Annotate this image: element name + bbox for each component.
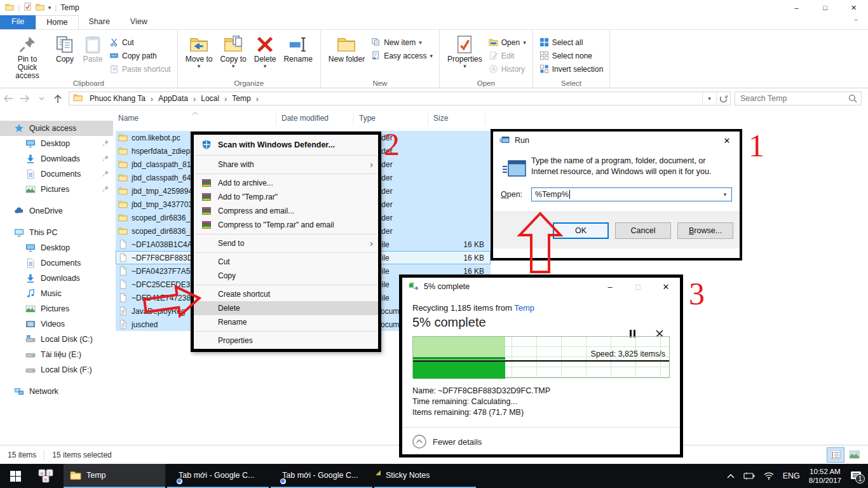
column-header-date-modified[interactable]: Date modified [276, 112, 354, 126]
tab-home[interactable]: Home [36, 15, 78, 29]
forward-icon[interactable] [17, 92, 33, 105]
progress-close-icon[interactable]: ✕ [652, 278, 680, 295]
unikey-button[interactable]: u i n [31, 464, 61, 488]
breadcrumb-separator-icon[interactable]: › [150, 94, 154, 104]
refresh-icon[interactable] [716, 92, 730, 105]
menu-item-share-with[interactable]: Share with› [194, 158, 378, 172]
language-indicator[interactable]: ENG [783, 471, 800, 480]
address-box[interactable]: Phuoc Khang Ta›AppData›Local›Temp› ▾ [69, 92, 731, 105]
show-hidden-icons-chevron[interactable] [727, 473, 735, 478]
copy-button[interactable]: Copy [51, 31, 79, 66]
menu-item-create-shortcut[interactable]: Create shortcut [194, 287, 378, 301]
menu-item-copy[interactable]: Copy [194, 269, 378, 283]
run-close-icon[interactable]: ✕ [714, 132, 740, 149]
back-icon[interactable] [0, 92, 17, 105]
address-dropdown-icon[interactable]: ▾ [702, 92, 716, 105]
wifi-icon[interactable] [764, 472, 774, 480]
fewer-details-toggle[interactable]: Fewer details [412, 428, 670, 456]
recent-locations-chevron-icon[interactable] [33, 92, 50, 105]
maximize-button[interactable]: □ [811, 0, 839, 15]
menu-item-add-to-temp-rar[interactable]: Add to "Temp.rar" [194, 190, 378, 204]
column-header-name[interactable]: Name [113, 112, 276, 126]
menu-item-rename[interactable]: Rename [194, 315, 378, 329]
delete-button[interactable]: Delete▾ [250, 31, 280, 71]
sidebar-item-downloads[interactable]: Downloads [0, 151, 113, 166]
breadcrumb-segment[interactable]: AppData [155, 93, 191, 104]
tab-view[interactable]: View [120, 15, 158, 29]
sidebar-item-onedrive[interactable]: OneDrive [0, 203, 113, 219]
properties-qat-icon[interactable] [24, 3, 32, 13]
qat-dropdown-icon[interactable]: ▾ [48, 4, 51, 11]
open-button[interactable]: Open▾ [486, 36, 529, 48]
new-folder-button[interactable]: New folder [325, 31, 369, 66]
column-header-size[interactable]: Size [428, 112, 485, 126]
menu-item-compress-and-email[interactable]: Compress and email... [194, 204, 378, 218]
sidebar-item-videos[interactable]: Videos [0, 316, 113, 332]
menu-item-properties[interactable]: Properties [194, 334, 378, 348]
up-icon[interactable] [50, 92, 66, 105]
tab-file[interactable]: File [0, 15, 36, 29]
sidebar-item-documents[interactable]: Documents [0, 166, 113, 182]
menu-item-compress-to-temp-rar-and-email[interactable]: Compress to "Temp.rar" and email [194, 218, 378, 232]
column-header-type[interactable]: Type [354, 112, 428, 126]
minimize-button[interactable]: – [782, 0, 811, 15]
breadcrumb-separator-icon[interactable]: › [193, 94, 196, 104]
start-button[interactable] [0, 464, 31, 488]
sidebar-item-t-i-li-u-e-[interactable]: Tài liệu (E:) [0, 347, 113, 362]
pin-to-quick-access-button[interactable]: Pin to Quick access [4, 31, 51, 83]
clock[interactable]: 10:52 AM 8/10/2017 [809, 467, 841, 485]
sidebar-item-this-pc[interactable]: This PC [0, 225, 113, 240]
browse-button[interactable]: Browse... [677, 222, 733, 239]
battery-icon[interactable] [743, 472, 755, 480]
sidebar-item-desktop[interactable]: Desktop [0, 136, 113, 151]
sidebar-item-pictures[interactable]: Pictures [0, 301, 113, 316]
copy-to-button[interactable]: Copy to▾ [216, 31, 250, 71]
menu-item-add-to-archive[interactable]: Add to archive... [194, 176, 378, 190]
taskbar-app-sticky-notes-3[interactable]: Sticky Notes [374, 464, 476, 488]
breadcrumb-separator-icon[interactable]: › [224, 94, 227, 104]
breadcrumb-segment[interactable]: Temp [229, 93, 254, 104]
folder-qat-icon[interactable] [36, 3, 44, 13]
select-none-button[interactable]: Select none [537, 50, 606, 62]
menu-item-scan-with-windows-defender[interactable]: Scan with Windows Defender... [194, 136, 378, 153]
breadcrumb-separator-icon[interactable]: › [255, 94, 259, 104]
rename-button[interactable]: Rename [280, 31, 316, 66]
details-view-icon[interactable] [827, 448, 844, 462]
search-input[interactable] [735, 94, 848, 103]
taskbar-app-temp-0[interactable]: Temp [64, 464, 165, 488]
select-all-button[interactable]: Select all [537, 36, 606, 48]
cut-button[interactable]: Cut [107, 36, 173, 48]
invert-selection-button[interactable]: Invert selection [537, 63, 606, 75]
collapse-ribbon-icon[interactable]: ⌃ [853, 18, 859, 27]
open-combobox[interactable]: %Temp% ▾ [531, 187, 732, 201]
menu-item-delete[interactable]: Delete [194, 301, 378, 315]
easy-access-button[interactable]: Easy access▾ [369, 50, 435, 62]
sidebar-item-documents[interactable]: Documents [0, 255, 113, 271]
menu-item-cut[interactable]: Cut [194, 255, 378, 269]
recycling-source-link[interactable]: Temp [514, 303, 534, 313]
breadcrumb-segment[interactable]: Local [198, 93, 222, 104]
sidebar-item-downloads[interactable]: Downloads [0, 271, 113, 286]
move-to-button[interactable]: Move to▾ [182, 31, 217, 71]
large-icons-view-icon[interactable] [846, 448, 863, 462]
combobox-dropdown-icon[interactable]: ▾ [719, 191, 731, 198]
taskbar-app-tab-m-i-google-c-1[interactable]: Tab mới - Google C... [167, 464, 269, 488]
sidebar-item-desktop[interactable]: Desktop [0, 240, 113, 255]
progress-minimize-icon[interactable]: – [596, 278, 624, 295]
breadcrumb-segment[interactable]: Phuoc Khang Ta [86, 93, 149, 104]
menu-item-send-to[interactable]: Send to› [194, 236, 378, 250]
copy-path-button[interactable]: Copy path [107, 50, 173, 62]
action-center-button[interactable]: 1 [850, 471, 862, 481]
sidebar-item-music[interactable]: Music [0, 286, 113, 301]
tab-share[interactable]: Share [79, 15, 120, 29]
sidebar-item-network[interactable]: Network [0, 384, 113, 399]
sidebar-item-quick-access[interactable]: Quick access [0, 121, 113, 136]
cancel-button[interactable]: Cancel [615, 222, 671, 239]
new-item-button[interactable]: New item▾ [369, 36, 435, 48]
sidebar-item-pictures[interactable]: Pictures [0, 182, 113, 197]
sidebar-item-local-disk-f-[interactable]: Local Disk (F:) [0, 362, 113, 377]
taskbar-app-tab-m-i-google-c-2[interactable]: Tab mới - Google C... [271, 464, 372, 488]
properties-button[interactable]: Properties▾ [444, 31, 486, 71]
sidebar-item-local-disk-c-[interactable]: Local Disk (C:) [0, 332, 113, 347]
close-button[interactable]: ✕ [839, 0, 868, 15]
